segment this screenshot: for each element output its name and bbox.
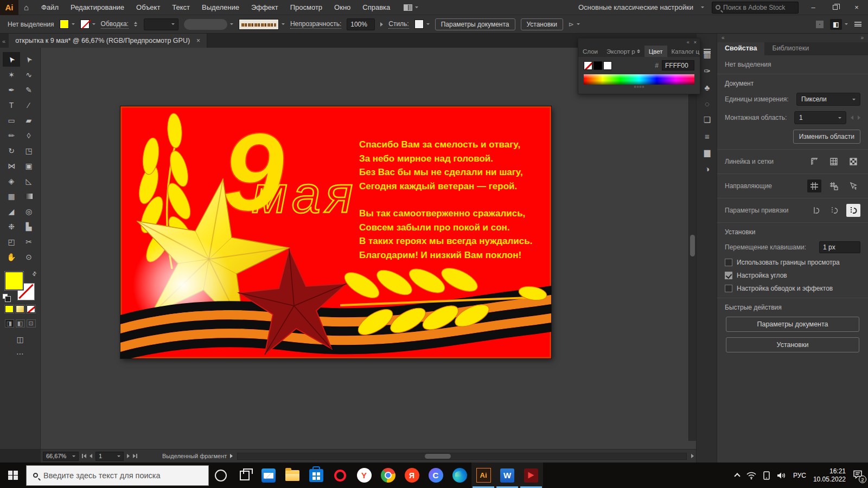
tool-rectangle[interactable]: ▭ [3, 113, 20, 127]
draw-normal-mode[interactable]: ◨ [5, 319, 14, 328]
menu-item[interactable]: Эффект [251, 3, 278, 11]
view-bounds-option[interactable]: Использовать границы просмотра [725, 259, 860, 266]
taskbar-edge[interactable] [448, 463, 471, 488]
menu-item[interactable]: Просмотр [290, 3, 322, 11]
corner-settings-option[interactable]: Настройка углов [725, 272, 860, 279]
dock-panel-artboards[interactable]: ❏ [697, 112, 718, 128]
fill-indicator[interactable] [5, 272, 23, 290]
color-button[interactable] [5, 305, 14, 313]
grid-icon[interactable] [827, 155, 841, 168]
tab-layers[interactable]: Слои [578, 46, 602, 57]
keyboard-increment-field[interactable]: 1 px [819, 241, 860, 253]
tool-slice[interactable]: ✂ [20, 234, 37, 249]
tool-rotate[interactable]: ↻ [3, 143, 20, 158]
preferences-button[interactable]: Установки [726, 337, 859, 352]
taskbar-mail[interactable] [257, 463, 280, 488]
taskbar-c-browser[interactable]: C [424, 463, 448, 488]
menu-item[interactable]: Редактирование [71, 3, 124, 11]
taskbar-yandex-browser[interactable]: Y [352, 463, 376, 488]
taskbar-search-box[interactable] [26, 465, 209, 486]
tool-column-graph[interactable]: ▙ [20, 219, 37, 234]
keyboard-language[interactable]: РУС [793, 472, 806, 479]
wifi-icon[interactable] [746, 472, 756, 479]
stroke-weight-dropdown[interactable] [144, 18, 178, 30]
stroke-weight-stepper[interactable] [134, 22, 137, 27]
next-artboard-button[interactable] [127, 454, 130, 458]
stroke-swatch[interactable] [80, 20, 95, 29]
tool-line-segment[interactable]: ∕ [20, 98, 37, 112]
device-icon[interactable] [763, 471, 770, 480]
scroll-right-icon[interactable] [691, 454, 694, 458]
taskbar-chrome[interactable] [376, 463, 400, 488]
document-setup-button[interactable]: Параметры документа [435, 18, 515, 30]
restore-button[interactable] [828, 3, 842, 11]
zoom-level-dropdown[interactable]: 66,67% [43, 452, 79, 461]
hex-input[interactable] [662, 60, 694, 70]
collapse-tabs-icon[interactable]: « [0, 38, 9, 48]
workspace-switcher[interactable]: Основные классические настройки [578, 3, 693, 11]
tool-blend[interactable]: ◎ [20, 204, 37, 219]
dock-collapse-left-icon[interactable]: « [722, 35, 725, 41]
lock-guides-icon[interactable] [827, 179, 841, 192]
tab-catalog[interactable]: Каталог ц [667, 46, 704, 57]
tool-direct-selection[interactable]: ➤ [20, 52, 37, 67]
status-menu-icon[interactable] [230, 454, 233, 458]
snap-to-point-icon[interactable] [809, 204, 824, 217]
style-dropdown[interactable] [414, 20, 430, 29]
taskbar-search-input[interactable] [43, 471, 184, 480]
none-swatch[interactable] [584, 61, 592, 70]
arrange-documents-icon[interactable] [404, 4, 412, 11]
dock-panel-appearance[interactable]: ≡ [697, 128, 718, 144]
poem-text[interactable]: Спасибо Вам за смелость и отвагу,За небо… [359, 138, 549, 262]
tool-paintbrush[interactable]: ▰ [20, 113, 37, 127]
panel-menu-icon[interactable] [704, 46, 714, 57]
prev-artboard-button[interactable] [90, 454, 92, 458]
tool-pen[interactable]: ✒ [3, 82, 20, 97]
vertical-scrollbar[interactable] [688, 48, 696, 441]
fill-stroke-indicator[interactable]: ⇄ [5, 272, 35, 300]
artboard-nav-dropdown[interactable]: 1 [95, 452, 124, 461]
transparency-grid-icon[interactable] [846, 155, 860, 168]
opacity-field[interactable]: 100% [347, 18, 375, 30]
tool-free-transform[interactable]: ▣ [20, 158, 37, 173]
snap-to-grid-icon[interactable] [828, 204, 842, 217]
checkbox-unchecked-icon[interactable] [725, 259, 732, 266]
snap-options[interactable]: ⊳ [569, 21, 580, 28]
taskbar-task-view[interactable] [233, 463, 257, 488]
white-swatch[interactable] [603, 61, 612, 70]
close-tab-icon[interactable]: × [196, 37, 200, 44]
taskbar-illustrator[interactable]: Ai [471, 463, 495, 488]
vertical-scroll-thumb[interactable] [690, 235, 695, 256]
tab-color[interactable]: Цвет [644, 46, 667, 57]
first-artboard-button[interactable] [82, 454, 86, 458]
chevron-down-icon[interactable] [415, 7, 418, 8]
color-spectrum[interactable] [584, 74, 694, 85]
show-guides-icon[interactable] [807, 179, 821, 192]
properties-workspace-toggle[interactable]: ◧ [830, 19, 848, 30]
tab-export[interactable]: Экспорт р [602, 46, 644, 57]
fill-swatch[interactable] [60, 20, 75, 29]
style-label[interactable]: Стиль: [388, 20, 409, 29]
menu-item[interactable]: Справка [362, 3, 390, 11]
tool-perspective-grid[interactable]: ◺ [20, 174, 37, 188]
dock-panel-smooth[interactable]: ◌ [697, 95, 718, 112]
tool-type[interactable]: Т [3, 98, 20, 112]
draw-inside-mode[interactable]: ⊡ [27, 319, 36, 328]
none-button[interactable] [27, 305, 35, 313]
tool-shaper[interactable]: ✏ [3, 128, 20, 143]
artboard[interactable]: 9 мая [120, 106, 551, 358]
opacity-label[interactable]: Непрозрачность: [290, 20, 341, 29]
chevron-down-icon[interactable] [701, 7, 704, 8]
screen-mode-icon[interactable]: ◫ [0, 335, 40, 344]
menu-item[interactable]: Объект [136, 3, 160, 11]
tool-eraser[interactable]: ◊ [20, 128, 37, 143]
action-center[interactable]: 2 [853, 470, 863, 480]
horizontal-scroll-thumb[interactable] [425, 454, 451, 459]
speaker-icon[interactable] [777, 472, 786, 479]
menu-item[interactable]: Файл [41, 3, 59, 11]
close-button[interactable]: × [850, 3, 864, 11]
list-menu-icon[interactable] [854, 22, 861, 27]
title-word[interactable]: мая [252, 165, 357, 223]
stock-search-box[interactable] [712, 2, 799, 14]
menu-item[interactable]: Выделение [202, 3, 239, 11]
